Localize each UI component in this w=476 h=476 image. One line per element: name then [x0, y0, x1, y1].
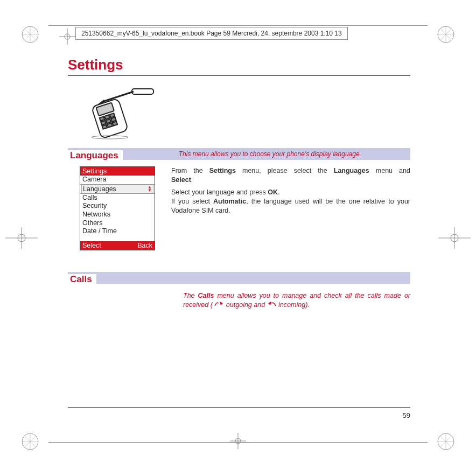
registration-mark-bottom-left-icon	[20, 432, 40, 451]
svg-rect-32	[132, 89, 153, 94]
registration-mark-top-right-icon	[436, 25, 456, 44]
phone-menu-item: Others	[80, 219, 155, 228]
svg-rect-42	[111, 117, 116, 122]
phone-screwdriver-illustration-icon	[81, 86, 162, 139]
chevron-up-down-icon: ▲▼	[148, 186, 152, 192]
phone-menu-item-label: Languages	[83, 185, 116, 193]
svg-rect-37	[100, 116, 104, 121]
registration-mark-bottom-right-icon	[436, 432, 456, 451]
svg-rect-40	[101, 121, 106, 125]
svg-rect-44	[107, 123, 112, 128]
svg-rect-43	[102, 125, 107, 129]
content-area: Settings	[68, 57, 410, 423]
footer-rule	[68, 407, 410, 408]
phone-menu-item: Camera	[80, 176, 155, 184]
section-desc-languages: This menu allows you to choose your phon…	[177, 148, 410, 160]
page-number: 59	[403, 411, 410, 419]
phone-menu-item-highlighted: Languages ▲▼	[81, 185, 153, 193]
svg-rect-41	[106, 119, 111, 123]
outgoing-call-icon	[214, 300, 224, 310]
incoming-call-icon	[267, 300, 277, 310]
crop-mark-header-icon	[59, 29, 75, 47]
softkey-left: Select	[82, 242, 101, 249]
svg-rect-45	[113, 121, 117, 125]
phone-menu-item: Networks	[80, 211, 155, 219]
section-banner-calls: Calls	[68, 272, 410, 284]
section-banner-languages: Languages This menu allows you to choose…	[68, 148, 410, 160]
phone-menu-title: Settings	[80, 167, 155, 176]
svg-marker-48	[268, 302, 271, 305]
phone-menu-softkeys: Select Back	[80, 241, 155, 250]
page: 251350662_myV-65_lu_vodafone_en.book Pag…	[0, 0, 476, 476]
crop-mark-right-icon	[438, 227, 471, 249]
svg-marker-47	[220, 302, 223, 305]
registration-mark-top-left-icon	[20, 25, 40, 44]
languages-row: Settings Camera Languages ▲▼ Calls Secur…	[68, 166, 410, 250]
crop-mark-bottom-icon	[230, 433, 246, 451]
crop-mark-left-icon	[5, 227, 38, 249]
phone-menu-item: Date / Time	[80, 227, 155, 236]
svg-rect-39	[110, 113, 115, 117]
header-text: 251350662_myV-65_lu_vodafone_en.book Pag…	[75, 27, 348, 40]
title-rule	[68, 75, 410, 76]
languages-body-text: From the Settings menu, please select th…	[171, 166, 410, 250]
phone-menu-mock: Settings Camera Languages ▲▼ Calls Secur…	[80, 166, 155, 250]
phone-menu-item: Calls	[80, 194, 155, 202]
phone-menu-item: Security	[80, 202, 155, 211]
section-label-calls: Calls	[68, 274, 96, 285]
page-title: Settings	[68, 57, 410, 73]
header-rule	[48, 25, 428, 26]
section-label-languages: Languages	[68, 150, 123, 162]
softkey-right: Back	[137, 242, 152, 249]
calls-description: The Calls menu allows you to manage and …	[183, 291, 410, 310]
svg-rect-38	[104, 115, 109, 119]
